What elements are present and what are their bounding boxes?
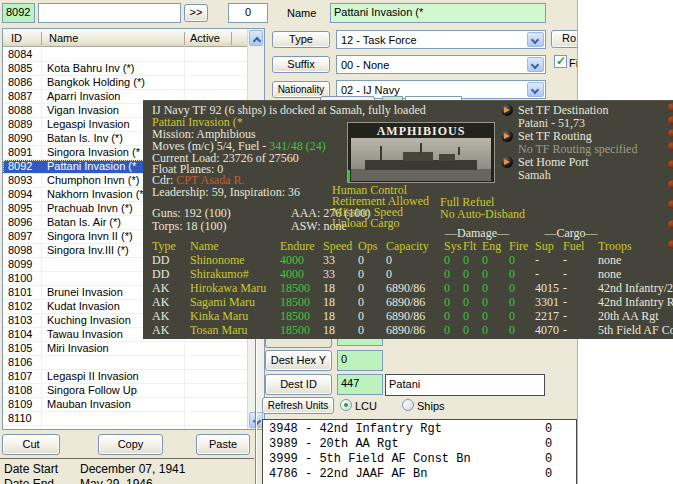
search-input[interactable]	[38, 3, 181, 23]
dest-name-field[interactable]: Patani	[385, 374, 545, 396]
ship-damage-fire: 0	[509, 254, 515, 267]
ship-troops[interactable]: none	[598, 254, 621, 267]
ship-ops: 0	[358, 324, 364, 337]
refresh-units-button[interactable]: Refresh Units	[262, 397, 334, 414]
chevron-down-icon[interactable]	[527, 32, 544, 47]
col-header-active[interactable]: Active	[190, 32, 220, 44]
ship-troops[interactable]: 5th Field AF Con	[598, 324, 673, 337]
dest-id-field[interactable]: 447	[337, 374, 383, 395]
ships-radio[interactable]	[402, 399, 414, 411]
ship-row[interactable]: AK Hirokawa Maru 18500 18 0 6890/86 0 0 …	[143, 282, 673, 296]
action-label[interactable]: Set Home Port	[518, 156, 589, 168]
list-item-id: 8096	[8, 216, 32, 229]
type-select[interactable]: 12 - Task Force	[336, 30, 546, 49]
arrow-icon[interactable]	[501, 104, 513, 116]
col-header-name[interactable]: Name	[49, 32, 78, 44]
unit-row[interactable]: 4786 - 22nd JAAF AF Bn 0	[263, 467, 576, 482]
list-item[interactable]: 8086 Bangkok Holding (*)	[3, 76, 247, 90]
ship-cargo-fuel: -	[563, 254, 567, 267]
forward-button[interactable]: >>	[184, 4, 208, 22]
list-item[interactable]: 8109 Mauban Invasion	[3, 398, 247, 412]
arrow-icon[interactable]	[668, 200, 673, 209]
action-label[interactable]: Set TF Routing	[518, 130, 592, 142]
ship-cargo-sup: -	[535, 268, 539, 281]
arrow-icon[interactable]	[668, 240, 673, 249]
copy-button[interactable]: Copy	[98, 434, 163, 455]
col-header-id[interactable]: ID	[11, 32, 22, 44]
ship-row[interactable]: DD Shinonome 4000 33 0 0 0 0 0 0 - - non…	[143, 254, 673, 268]
arrow-icon[interactable]	[668, 160, 673, 169]
arrow-icon[interactable]	[668, 103, 673, 112]
ship-endure: 18500	[280, 296, 310, 309]
ship-name[interactable]: Tosan Maru	[190, 324, 247, 337]
ship-type: AK	[152, 324, 169, 337]
action-sub-label: Patani - 51,73	[518, 117, 585, 129]
chevron-down-icon[interactable]	[527, 57, 544, 72]
list-item[interactable]: 8105 Miri Invasion	[3, 342, 247, 356]
ship-row[interactable]: AK Tosan Maru 18500 18 0 6890/86 0 0 0 0…	[143, 324, 673, 338]
ship-troops[interactable]: 42nd Infantry R	[598, 296, 673, 309]
list-item[interactable]: 8106	[3, 356, 247, 370]
dest-id-button[interactable]: Dest ID	[265, 374, 332, 395]
scroll-up-icon[interactable]	[249, 30, 263, 46]
first-checkbox[interactable]: ✓	[554, 55, 567, 68]
type-button[interactable]: Type	[272, 31, 330, 48]
arrow-icon[interactable]	[501, 130, 513, 142]
arrow-icon[interactable]	[668, 129, 673, 138]
tf-list-header[interactable]: ID Name Active	[3, 29, 247, 47]
cut-button[interactable]: Cut	[2, 434, 60, 455]
hidden-dest-button[interactable]	[265, 339, 332, 348]
ship-name[interactable]: Shinonome	[190, 254, 245, 267]
ship-damage-sys: 0	[444, 254, 450, 267]
dest-hex-y-field[interactable]: 0	[337, 350, 383, 371]
arrow-icon[interactable]	[668, 220, 673, 229]
unit-row[interactable]: 3989 - 20th AA Rgt 0	[263, 437, 576, 452]
suffix-select[interactable]: 00 - None	[336, 55, 546, 74]
list-item[interactable]: 8084	[3, 48, 247, 62]
ship-speed: 33	[323, 268, 335, 281]
chevron-down-icon[interactable]	[527, 82, 544, 97]
ship-name[interactable]: Kinka Maru	[190, 310, 248, 323]
unit-row[interactable]: 3948 - 42nd Infantry Rgt 0	[263, 422, 576, 437]
ship-name[interactable]: Shirakumo#	[190, 268, 249, 281]
separator	[0, 458, 254, 459]
list-item[interactable]: 8108 Singora Follow Up	[3, 384, 247, 398]
unit-row[interactable]: 3999 - 5th Field AF Const Bn 0	[263, 452, 576, 467]
ship-capacity: 6890/86	[386, 310, 425, 323]
arrow-icon[interactable]	[501, 156, 513, 168]
ship-endure: 18500	[280, 282, 310, 295]
list-item[interactable]: 8110	[3, 412, 247, 426]
ship-row[interactable]: DD Shirakumo# 4000 33 0 0 0 0 0 0 - - no…	[143, 268, 673, 282]
list-item[interactable]: 8085 Kota Bahru Inv (*)	[3, 62, 247, 76]
action-label[interactable]: Set TF Destination	[518, 104, 608, 116]
ship-type: DD	[152, 254, 169, 267]
tf-flag[interactable]: No Auto-Disband	[440, 208, 525, 220]
ship-troops[interactable]: 20th AA Rgt	[598, 310, 659, 323]
ship-name[interactable]: Sagami Maru	[190, 296, 255, 309]
tf-flag[interactable]: Unload Cargo	[332, 218, 429, 229]
tf-name-field[interactable]: Pattani Invasion (*	[330, 3, 546, 23]
paste-button[interactable]: Paste	[196, 434, 250, 455]
list-item-name: Prachuab Invn (*)	[47, 202, 133, 215]
date-end-label: Date End	[4, 477, 54, 484]
ship-troops[interactable]: 42nd Infantry/2	[598, 282, 673, 295]
ship-troops[interactable]: none	[598, 268, 621, 281]
ship-row[interactable]: AK Sagami Maru 18500 18 0 6890/86 0 0 0 …	[143, 296, 673, 310]
arrow-icon[interactable]	[668, 142, 673, 151]
ship-name[interactable]: Hirokawa Maru	[190, 282, 266, 295]
ship-damage-fire: 0	[509, 268, 515, 281]
ship-damage-flt: 0	[463, 324, 469, 337]
dest-hex-y-button[interactable]: Dest Hex Y	[265, 350, 332, 371]
count-field[interactable]: 0	[228, 3, 268, 23]
list-item-id: 8091	[8, 146, 32, 159]
lcu-radio[interactable]	[340, 399, 352, 411]
arrow-icon[interactable]	[668, 180, 673, 189]
suffix-button[interactable]: Suffix	[272, 56, 330, 73]
hidden-dest-field[interactable]	[337, 339, 383, 346]
ship-cargo-fuel: -	[563, 310, 567, 323]
route-button[interactable]: Ro	[551, 30, 578, 48]
ship-row[interactable]: AK Kinka Maru 18500 18 0 6890/86 0 0 0 0…	[143, 310, 673, 324]
record-id-field[interactable]: 8092	[2, 3, 35, 23]
list-item[interactable]: 8107 Legaspi II Invasion	[3, 370, 247, 384]
arrow-icon[interactable]	[668, 116, 673, 125]
